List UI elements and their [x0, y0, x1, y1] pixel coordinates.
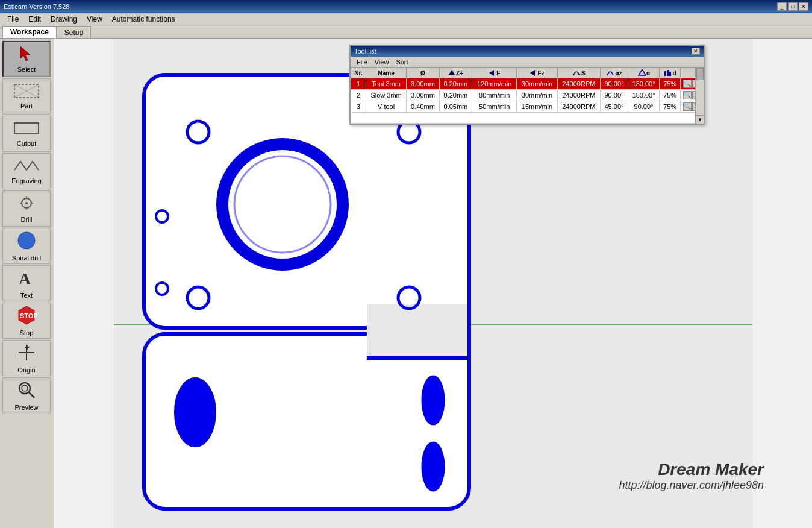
cell-name: Slow 3mm — [366, 90, 406, 101]
tool-list-close-button[interactable]: ✕ — [692, 48, 700, 55]
select-icon — [18, 45, 35, 64]
svg-text:A: A — [19, 269, 31, 288]
cell-s: 24000RPM — [557, 101, 600, 113]
minimize-button[interactable]: _ — [777, 2, 787, 11]
tool-engraving[interactable]: Engraving — [2, 153, 51, 189]
col-diameter: Ø — [407, 68, 439, 78]
svg-marker-0 — [20, 46, 30, 61]
table-row[interactable]: 1 Tool 3mm 3.00mm 0.20mm 120mm/min 30mm/… — [351, 78, 704, 90]
menu-view[interactable]: View — [82, 14, 107, 25]
col-f: F — [472, 68, 517, 78]
svg-point-20 — [22, 385, 28, 391]
table-scrollbar[interactable]: ▼ — [695, 68, 704, 124]
svg-marker-40 — [530, 70, 535, 76]
tl-menu-file[interactable]: File — [353, 58, 371, 66]
scrollbar-thumb[interactable] — [696, 68, 704, 80]
menu-bar: File Edit Drawing View Automatic functio… — [0, 13, 812, 25]
menu-edit[interactable]: Edit — [23, 14, 46, 25]
svg-rect-43 — [664, 71, 666, 76]
tab-bar: Workspace Setup — [0, 25, 812, 39]
tool-drill[interactable]: Drill — [2, 190, 51, 227]
cell-d: 75% — [660, 90, 681, 101]
svg-text:STOP: STOP — [20, 312, 37, 319]
tl-menu-view[interactable]: View — [371, 58, 393, 66]
cell-s: 24000RPM — [557, 90, 600, 101]
cell-diameter: 0.40mm — [407, 101, 439, 113]
svg-point-11 — [18, 232, 35, 249]
tool-preview[interactable]: Preview — [2, 377, 51, 413]
engraving-label: Engraving — [11, 177, 42, 184]
svg-marker-38 — [449, 70, 455, 75]
tool-list-header: Tool list ✕ — [351, 46, 704, 57]
cell-name: V tool — [366, 101, 406, 113]
cell-diameter: 3.00mm — [407, 90, 439, 101]
preview-label: Preview — [14, 404, 38, 411]
cell-fz: 30mm/min — [517, 78, 557, 90]
preview-icon — [16, 380, 37, 403]
cell-z: 0.20mm — [439, 78, 472, 90]
tool-stop[interactable]: STOP Stop — [2, 303, 51, 339]
cell-z: 0.20mm — [439, 90, 472, 101]
maximize-button[interactable]: □ — [788, 2, 798, 11]
cell-f: 120mm/min — [472, 78, 517, 90]
menu-file[interactable]: File — [2, 14, 23, 25]
tool-origin[interactable]: + Origin — [2, 340, 51, 376]
origin-icon: + — [16, 342, 37, 365]
tool-list-menubar: File View Sort — [351, 57, 704, 68]
watermark: Dream Maker http://blog.naver.com/jhlee9… — [619, 460, 764, 492]
app-title: Esticam Version 7.528 — [4, 3, 777, 10]
zoom-action-button[interactable]: 🔍 — [683, 102, 692, 111]
tool-list-title: Tool list — [354, 48, 376, 55]
table-row[interactable]: 3 V tool 0.40mm 0.05mm 50mm/min 15mm/min… — [351, 101, 704, 113]
col-name: Name — [366, 68, 406, 78]
scroll-down-button[interactable]: ▼ — [696, 115, 704, 124]
svg-rect-4 — [14, 123, 39, 134]
tool-list-panel: Tool list ✕ File View Sort Nr. Name Ø — [349, 45, 705, 125]
cutout-icon — [13, 121, 40, 139]
col-fz: Fz — [517, 68, 557, 78]
table-row-empty — [351, 113, 704, 124]
tab-workspace[interactable]: Workspace — [2, 26, 57, 38]
tool-part[interactable]: Part — [2, 78, 51, 115]
tool-text[interactable]: A Text — [2, 265, 51, 301]
tool-table: Nr. Name Ø Z+ — [351, 68, 704, 124]
tab-setup[interactable]: Setup — [57, 26, 91, 38]
cell-nr: 1 — [351, 78, 366, 90]
cell-z: 0.05mm — [439, 101, 472, 113]
col-s: S — [557, 68, 600, 78]
svg-line-19 — [28, 392, 34, 398]
cell-f: 50mm/min — [472, 101, 517, 113]
svg-point-35 — [176, 379, 214, 445]
zoom-action-button[interactable]: 🔍 — [683, 91, 692, 99]
cell-fz: 15mm/min — [517, 101, 557, 113]
tool-cutout[interactable]: Cutout — [2, 116, 51, 152]
svg-rect-25 — [367, 304, 469, 358]
menu-automatic[interactable]: Automatic functions — [107, 14, 180, 25]
main-content: Select Part Cutout — [0, 39, 812, 528]
zoom-action-button[interactable]: 🔍 — [683, 80, 692, 88]
cell-az: 45.00° — [601, 101, 628, 113]
part-label: Part — [20, 102, 33, 110]
part-icon — [13, 83, 40, 101]
tool-select[interactable]: Select — [2, 41, 51, 77]
table-row[interactable]: 2 Slow 3mm 3.00mm 0.20mm 80mm/min 30mm/m… — [351, 90, 704, 101]
svg-point-37 — [422, 442, 444, 491]
close-button[interactable]: ✕ — [799, 2, 808, 11]
spiral-drill-label: Spiral drill — [12, 254, 41, 262]
menu-drawing[interactable]: Drawing — [46, 14, 82, 25]
cell-f: 80mm/min — [472, 90, 517, 101]
cell-az: 90.00° — [601, 78, 628, 90]
svg-marker-42 — [639, 69, 646, 75]
cell-a: 180.00° — [628, 90, 660, 101]
col-d: d — [660, 68, 681, 78]
col-nr: Nr. — [351, 68, 366, 78]
spiral-drill-icon — [16, 230, 37, 253]
tl-menu-sort[interactable]: Sort — [392, 58, 411, 66]
svg-rect-44 — [667, 70, 669, 76]
window-controls: _ □ ✕ — [777, 2, 808, 11]
svg-point-6 — [25, 202, 28, 204]
drill-label: Drill — [21, 216, 33, 223]
watermark-title: Dream Maker — [619, 460, 764, 479]
tool-spiral-drill[interactable]: Spiral drill — [2, 228, 51, 264]
canvas-area[interactable]: Tool list ✕ File View Sort Nr. Name Ø — [54, 39, 812, 528]
